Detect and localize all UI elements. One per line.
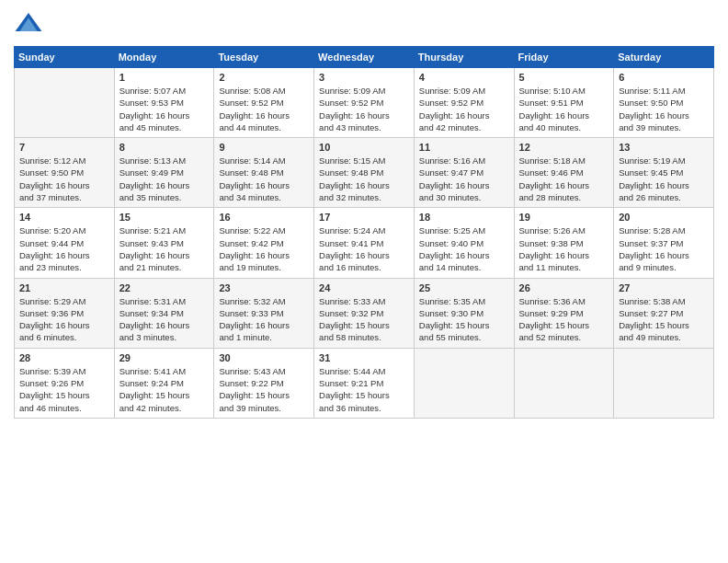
calendar-col-wednesday: Wednesday bbox=[314, 47, 415, 68]
day-number: 10 bbox=[319, 142, 409, 153]
day-info: Sunrise: 5:44 AMSunset: 9:21 PMDaylight:… bbox=[319, 365, 409, 414]
day-number: 6 bbox=[619, 72, 709, 83]
day-number: 7 bbox=[19, 142, 109, 153]
day-info: Sunrise: 5:12 AMSunset: 9:50 PMDaylight:… bbox=[19, 155, 109, 203]
day-info: Sunrise: 5:35 AMSunset: 9:30 PMDaylight:… bbox=[419, 295, 509, 344]
day-number: 29 bbox=[119, 352, 210, 363]
day-number: 16 bbox=[219, 212, 309, 223]
calendar-cell: 28Sunrise: 5:39 AMSunset: 9:26 PMDayligh… bbox=[15, 348, 115, 418]
calendar-cell: 15Sunrise: 5:21 AMSunset: 9:43 PMDayligh… bbox=[114, 208, 214, 278]
day-number: 26 bbox=[519, 282, 609, 293]
calendar-cell: 30Sunrise: 5:43 AMSunset: 9:22 PMDayligh… bbox=[214, 348, 314, 418]
day-info: Sunrise: 5:38 AMSunset: 9:27 PMDaylight:… bbox=[619, 295, 709, 344]
day-info: Sunrise: 5:21 AMSunset: 9:43 PMDaylight:… bbox=[119, 224, 210, 273]
day-info: Sunrise: 5:08 AMSunset: 9:52 PMDaylight:… bbox=[219, 85, 309, 133]
calendar-cell: 5Sunrise: 5:10 AMSunset: 9:51 PMDaylight… bbox=[514, 68, 614, 138]
day-info: Sunrise: 5:18 AMSunset: 9:46 PMDaylight:… bbox=[519, 155, 609, 203]
day-info: Sunrise: 5:41 AMSunset: 9:24 PMDaylight:… bbox=[119, 365, 210, 414]
day-number: 15 bbox=[119, 212, 210, 223]
day-number: 1 bbox=[119, 72, 210, 83]
calendar-col-thursday: Thursday bbox=[414, 47, 514, 68]
calendar-cell: 27Sunrise: 5:38 AMSunset: 9:27 PMDayligh… bbox=[614, 278, 714, 348]
calendar-cell: 7Sunrise: 5:12 AMSunset: 9:50 PMDaylight… bbox=[15, 138, 115, 208]
calendar-cell: 4Sunrise: 5:09 AMSunset: 9:52 PMDaylight… bbox=[414, 68, 514, 138]
calendar-cell: 14Sunrise: 5:20 AMSunset: 9:44 PMDayligh… bbox=[15, 208, 115, 278]
calendar-cell: 16Sunrise: 5:22 AMSunset: 9:42 PMDayligh… bbox=[214, 208, 314, 278]
calendar-cell: 6Sunrise: 5:11 AMSunset: 9:50 PMDaylight… bbox=[614, 68, 714, 138]
calendar-col-monday: Monday bbox=[114, 47, 214, 68]
calendar-cell bbox=[15, 68, 115, 138]
day-number: 14 bbox=[19, 212, 109, 223]
calendar-cell: 8Sunrise: 5:13 AMSunset: 9:49 PMDaylight… bbox=[114, 138, 214, 208]
calendar-week-4: 21Sunrise: 5:29 AMSunset: 9:36 PMDayligh… bbox=[15, 278, 714, 348]
day-info: Sunrise: 5:19 AMSunset: 9:45 PMDaylight:… bbox=[619, 155, 709, 203]
day-info: Sunrise: 5:20 AMSunset: 9:44 PMDaylight:… bbox=[19, 224, 109, 273]
day-number: 18 bbox=[419, 212, 509, 223]
calendar-header-row: SundayMondayTuesdayWednesdayThursdayFrid… bbox=[15, 47, 714, 68]
calendar-cell bbox=[614, 348, 714, 418]
day-number: 19 bbox=[519, 212, 609, 223]
calendar-col-friday: Friday bbox=[514, 47, 614, 68]
day-number: 13 bbox=[619, 142, 709, 153]
day-number: 28 bbox=[19, 352, 109, 363]
day-info: Sunrise: 5:28 AMSunset: 9:37 PMDaylight:… bbox=[619, 224, 709, 273]
logo-icon bbox=[14, 9, 43, 39]
day-info: Sunrise: 5:16 AMSunset: 9:47 PMDaylight:… bbox=[419, 155, 509, 203]
day-info: Sunrise: 5:07 AMSunset: 9:53 PMDaylight:… bbox=[119, 85, 210, 133]
day-info: Sunrise: 5:10 AMSunset: 9:51 PMDaylight:… bbox=[519, 85, 609, 133]
day-info: Sunrise: 5:33 AMSunset: 9:32 PMDaylight:… bbox=[319, 295, 409, 344]
calendar-cell: 11Sunrise: 5:16 AMSunset: 9:47 PMDayligh… bbox=[414, 138, 514, 208]
day-info: Sunrise: 5:22 AMSunset: 9:42 PMDaylight:… bbox=[219, 224, 309, 273]
day-info: Sunrise: 5:31 AMSunset: 9:34 PMDaylight:… bbox=[119, 295, 210, 344]
day-number: 3 bbox=[319, 72, 409, 83]
day-info: Sunrise: 5:29 AMSunset: 9:36 PMDaylight:… bbox=[19, 295, 109, 344]
day-info: Sunrise: 5:09 AMSunset: 9:52 PMDaylight:… bbox=[319, 85, 409, 133]
day-number: 11 bbox=[419, 142, 509, 153]
calendar-cell bbox=[514, 348, 614, 418]
calendar-week-3: 14Sunrise: 5:20 AMSunset: 9:44 PMDayligh… bbox=[15, 208, 714, 278]
calendar-cell: 22Sunrise: 5:31 AMSunset: 9:34 PMDayligh… bbox=[114, 278, 214, 348]
calendar-cell: 19Sunrise: 5:26 AMSunset: 9:38 PMDayligh… bbox=[514, 208, 614, 278]
day-info: Sunrise: 5:26 AMSunset: 9:38 PMDaylight:… bbox=[519, 224, 609, 273]
calendar-cell: 24Sunrise: 5:33 AMSunset: 9:32 PMDayligh… bbox=[314, 278, 415, 348]
calendar-cell: 1Sunrise: 5:07 AMSunset: 9:53 PMDaylight… bbox=[114, 68, 214, 138]
calendar-cell: 29Sunrise: 5:41 AMSunset: 9:24 PMDayligh… bbox=[114, 348, 214, 418]
calendar-week-5: 28Sunrise: 5:39 AMSunset: 9:26 PMDayligh… bbox=[15, 348, 714, 418]
day-number: 17 bbox=[319, 212, 409, 223]
calendar-cell: 18Sunrise: 5:25 AMSunset: 9:40 PMDayligh… bbox=[414, 208, 514, 278]
calendar-week-1: 1Sunrise: 5:07 AMSunset: 9:53 PMDaylight… bbox=[15, 68, 714, 138]
day-info: Sunrise: 5:24 AMSunset: 9:41 PMDaylight:… bbox=[319, 224, 409, 273]
calendar-cell: 17Sunrise: 5:24 AMSunset: 9:41 PMDayligh… bbox=[314, 208, 415, 278]
calendar-cell: 10Sunrise: 5:15 AMSunset: 9:48 PMDayligh… bbox=[314, 138, 415, 208]
day-info: Sunrise: 5:11 AMSunset: 9:50 PMDaylight:… bbox=[619, 85, 709, 133]
day-number: 4 bbox=[419, 72, 509, 83]
calendar-cell: 31Sunrise: 5:44 AMSunset: 9:21 PMDayligh… bbox=[314, 348, 415, 418]
day-info: Sunrise: 5:39 AMSunset: 9:26 PMDaylight:… bbox=[19, 365, 109, 414]
day-info: Sunrise: 5:43 AMSunset: 9:22 PMDaylight:… bbox=[219, 365, 309, 414]
day-number: 20 bbox=[619, 212, 709, 223]
calendar-cell: 20Sunrise: 5:28 AMSunset: 9:37 PMDayligh… bbox=[614, 208, 714, 278]
day-info: Sunrise: 5:36 AMSunset: 9:29 PMDaylight:… bbox=[519, 295, 609, 344]
day-info: Sunrise: 5:32 AMSunset: 9:33 PMDaylight:… bbox=[219, 295, 309, 344]
calendar-cell: 12Sunrise: 5:18 AMSunset: 9:46 PMDayligh… bbox=[514, 138, 614, 208]
calendar-cell: 23Sunrise: 5:32 AMSunset: 9:33 PMDayligh… bbox=[214, 278, 314, 348]
calendar-cell: 25Sunrise: 5:35 AMSunset: 9:30 PMDayligh… bbox=[414, 278, 514, 348]
calendar-col-saturday: Saturday bbox=[614, 47, 714, 68]
day-number: 25 bbox=[419, 282, 509, 293]
day-number: 21 bbox=[19, 282, 109, 293]
day-number: 23 bbox=[219, 282, 309, 293]
day-number: 5 bbox=[519, 72, 609, 83]
logo bbox=[14, 9, 47, 39]
day-number: 27 bbox=[619, 282, 709, 293]
day-number: 9 bbox=[219, 142, 309, 153]
day-number: 24 bbox=[319, 282, 409, 293]
day-number: 8 bbox=[119, 142, 210, 153]
day-number: 2 bbox=[219, 72, 309, 83]
day-info: Sunrise: 5:13 AMSunset: 9:49 PMDaylight:… bbox=[119, 155, 210, 203]
day-info: Sunrise: 5:25 AMSunset: 9:40 PMDaylight:… bbox=[419, 224, 509, 273]
day-info: Sunrise: 5:15 AMSunset: 9:48 PMDaylight:… bbox=[319, 155, 409, 203]
header bbox=[14, 9, 714, 39]
calendar-cell: 21Sunrise: 5:29 AMSunset: 9:36 PMDayligh… bbox=[15, 278, 115, 348]
calendar-cell: 13Sunrise: 5:19 AMSunset: 9:45 PMDayligh… bbox=[614, 138, 714, 208]
calendar-cell: 3Sunrise: 5:09 AMSunset: 9:52 PMDaylight… bbox=[314, 68, 415, 138]
